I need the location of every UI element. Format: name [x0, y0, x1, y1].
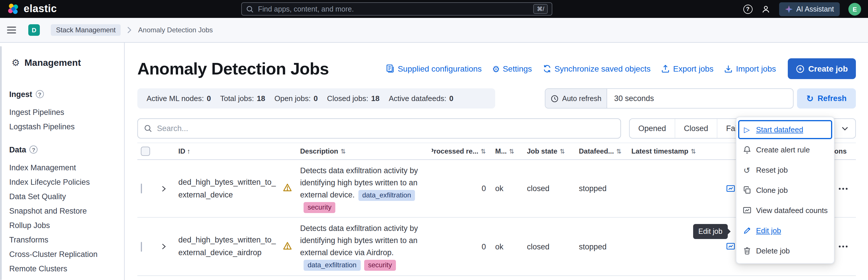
memory-status: ok — [488, 184, 527, 193]
sort-icon: ⇅ — [509, 148, 514, 154]
sidebar-item-remote-clusters[interactable]: Remote Clusters — [9, 261, 124, 276]
sort-icon: ⇅ — [481, 148, 486, 154]
stat-active-datafeeds: Active datafeeds:0 — [389, 94, 453, 103]
filter-opened[interactable]: Opened — [630, 119, 675, 138]
column-header-latest-timestamp[interactable]: Latest timestamp⇅ — [631, 147, 716, 155]
sidebar-heading-data: Data — [9, 145, 26, 154]
row-actions-context-menu: ▷ Start datafeed Create alert rule ↺ Res… — [736, 117, 835, 264]
deployment-badge[interactable]: D — [28, 24, 40, 36]
select-all-checkbox[interactable] — [141, 147, 150, 156]
sidebar-section-ingest: Ingest ? Ingest Pipelines Logstash Pipel… — [9, 90, 124, 134]
page-toolbar: Supplied configurations ⚙ Settings — [385, 58, 856, 79]
menu-item-delete-job[interactable]: Delete job — [736, 241, 834, 261]
refresh-button[interactable]: ↻ Refresh — [797, 88, 856, 108]
menu-item-edit-job[interactable]: Edit job — [736, 221, 834, 241]
job-state: closed — [527, 184, 579, 193]
menu-item-view-datafeed-counts[interactable]: View datafeed counts — [736, 200, 834, 221]
sidebar-item-data-set-quality[interactable]: Data Set Quality — [9, 189, 124, 204]
clock-icon — [551, 94, 559, 102]
trash-icon — [742, 247, 751, 255]
sidebar-item-ingest-pipelines[interactable]: Ingest Pipelines — [9, 105, 124, 120]
help-icon[interactable]: ? — [743, 4, 752, 13]
job-description: Detects data exfiltration activity by id… — [299, 164, 431, 213]
menu-item-clone-job[interactable]: Clone job — [736, 180, 834, 200]
avatar[interactable]: E — [848, 3, 861, 15]
ai-assistant-button[interactable]: AI Assistant — [779, 2, 840, 16]
global-header: elastic ⌘/ ? AI — [0, 0, 868, 18]
global-search-input[interactable] — [258, 5, 529, 13]
elastic-logo-icon — [7, 3, 20, 15]
column-header-id[interactable]: ID↑ — [173, 147, 283, 155]
chart-icon — [742, 206, 751, 215]
synchronize-saved-objects-link[interactable]: Synchronize saved objects — [542, 64, 650, 73]
global-search[interactable]: ⌘/ — [241, 2, 552, 15]
search-icon — [144, 124, 152, 133]
import-icon — [724, 64, 733, 73]
menu-item-start-datafeed[interactable]: ▷ Start datafeed — [738, 120, 832, 139]
view-in-charts-icon[interactable] — [726, 184, 735, 193]
sidebar-item-index-management[interactable]: Index Management — [9, 160, 124, 175]
question-circle-icon[interactable]: ? — [36, 90, 44, 98]
auto-refresh-toggle[interactable]: Auto refresh — [546, 89, 607, 108]
filter-closed[interactable]: Closed — [675, 119, 717, 138]
row-checkbox[interactable] — [141, 184, 142, 193]
processed-records: 0 — [432, 242, 488, 251]
row-actions-menu-button[interactable] — [839, 245, 848, 248]
edit-job-tooltip: Edit job — [693, 224, 727, 239]
sidebar-item-transforms[interactable]: Transforms — [9, 233, 124, 247]
chevron-down-icon — [841, 126, 848, 131]
menu-item-reset-job[interactable]: ↺ Reset job — [736, 160, 834, 180]
processed-records: 0 — [432, 184, 488, 193]
nav-scrollbar[interactable] — [0, 46, 2, 280]
supplied-configurations-link[interactable]: Supplied configurations — [385, 64, 482, 73]
refresh-interval-select[interactable]: 30 seconds — [607, 89, 793, 108]
tag-badge: security — [364, 260, 396, 271]
breadcrumb-bar: D Stack Management Anomaly Detection Job… — [0, 18, 868, 43]
tag-badge: security — [304, 202, 336, 213]
column-header-job-state[interactable]: Job state⇅ — [527, 147, 579, 155]
sidebar-item-snapshot-and-restore[interactable]: Snapshot and Restore — [9, 204, 124, 218]
breadcrumb-current: Anomaly Detection Jobs — [138, 26, 213, 34]
sidebar-title: ⚙ Management — [11, 58, 124, 68]
header-actions: ? AI Assistant E — [743, 2, 861, 16]
users-icon[interactable] — [761, 4, 770, 13]
jobs-search-input[interactable] — [157, 124, 615, 133]
settings-link[interactable]: ⚙ Settings — [492, 64, 532, 73]
gear-icon: ⚙ — [11, 58, 20, 67]
brand-name: elastic — [24, 3, 57, 15]
ai-assistant-label: AI Assistant — [796, 5, 834, 13]
sidebar-item-rollup-jobs[interactable]: Rollup Jobs — [9, 218, 124, 233]
ai-sparkle-icon — [785, 5, 793, 13]
search-icon — [246, 5, 254, 13]
stat-total-jobs: Total jobs:18 — [220, 94, 265, 103]
question-circle-icon[interactable]: ? — [30, 146, 38, 154]
sort-icon: ⇅ — [616, 148, 621, 154]
menu-hamburger-icon[interactable] — [7, 26, 16, 34]
export-jobs-link[interactable]: Export jobs — [661, 64, 713, 73]
auto-refresh-control: Auto refresh 30 seconds — [545, 88, 794, 108]
row-checkbox[interactable] — [141, 242, 142, 251]
sidebar-title-label: Management — [25, 58, 81, 68]
page-title: Anomaly Detection Jobs — [137, 59, 329, 78]
column-header-datafeed-state[interactable]: Datafeed...⇅ — [579, 147, 631, 155]
sidebar-item-logstash-pipelines[interactable]: Logstash Pipelines — [9, 120, 124, 134]
import-jobs-link[interactable]: Import jobs — [724, 64, 776, 73]
sidebar-item-migrate[interactable]: Migrate — [9, 276, 124, 280]
row-expand-button[interactable] — [155, 243, 173, 251]
warning-icon — [283, 183, 299, 194]
column-header-processed-records[interactable]: Processed re...⇅ — [432, 147, 488, 155]
breadcrumb-stack-management[interactable]: Stack Management — [51, 24, 121, 36]
column-header-description[interactable]: Description⇅ — [299, 147, 432, 155]
row-expand-button[interactable] — [155, 184, 173, 192]
view-in-charts-icon[interactable] — [726, 242, 735, 251]
row-actions-menu-button[interactable] — [839, 187, 848, 190]
jobs-search[interactable] — [137, 118, 621, 138]
reset-icon: ↺ — [742, 166, 751, 174]
stat-closed-jobs: Closed jobs:18 — [327, 94, 379, 103]
menu-item-create-alert-rule[interactable]: Create alert rule — [736, 140, 834, 160]
sidebar-item-cross-cluster-replication[interactable]: Cross-Cluster Replication — [9, 247, 124, 261]
job-state: closed — [527, 242, 579, 251]
create-job-button[interactable]: Create job — [787, 58, 856, 79]
column-header-memory-status[interactable]: M...⇅ — [488, 147, 527, 155]
sidebar-item-index-lifecycle-policies[interactable]: Index Lifecycle Policies — [9, 175, 124, 189]
